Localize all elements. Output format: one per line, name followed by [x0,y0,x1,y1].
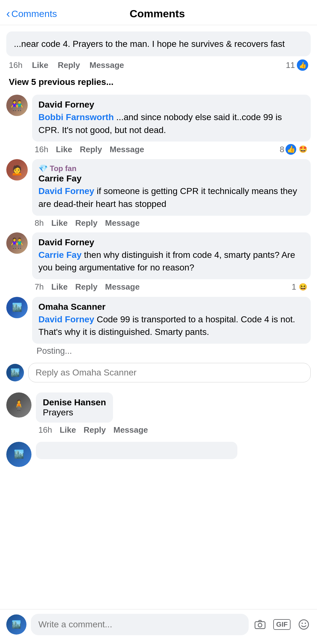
top-comment-likes: 11 👍 [286,59,308,71]
avatar-carrie-fay: 🙍 [6,159,28,180]
reaction-wow-icon-david1: 🤩 [297,144,308,155]
denise-message[interactable]: Message [113,425,148,435]
denise-like[interactable]: Like [59,425,76,435]
top-comment-like[interactable]: Like [32,60,48,70]
comment-body-david1: Bobbi Farnsworth ...and since nobody els… [38,111,304,136]
view-previous-button[interactable]: View 5 previous replies... [6,73,311,92]
denise-text: Prayers [43,408,106,418]
comment-author-omaha1: Omaha Scanner [38,302,105,312]
comment-like-carrie1[interactable]: Like [51,218,68,228]
comment-like-david1[interactable]: Like [56,145,72,154]
top-comment-reply[interactable]: Reply [58,60,80,70]
emoji-button[interactable] [297,618,311,631]
comment-bubble-wrap-david1: David Forney Bobbi Farnsworth ...and sin… [32,95,311,156]
top-fan-label: Top fan [50,164,76,173]
denise-comment-bubble: Denise Hansen Prayers [36,392,113,423]
avatar-omaha-scanner: 🏙️ [6,297,28,318]
comment-time-carrie1: 8h [35,218,44,228]
avatar-denise-hansen: 🧍 [6,392,31,418]
comment-mention-omaha1[interactable]: David Forney [38,314,94,324]
back-label: Comments [11,8,57,19]
camera-button[interactable] [253,618,267,631]
comment-message-carrie1[interactable]: Message [105,218,140,228]
comment-mention-david1[interactable]: Bobbi Farnsworth [38,112,114,122]
comment-bubble-david2: David Forney Carrie Fay then why disting… [32,232,311,279]
comment-body-carrie1: David Forney if someone is getting CPR i… [38,185,304,210]
svg-point-1 [258,623,262,627]
page-title: Comments [76,8,239,20]
top-fan-badge: 💎 Top fan [38,164,304,173]
comment-bubble-wrap-david2: David Forney Carrie Fay then why disting… [32,232,311,294]
likes-count: 11 [286,60,295,70]
partial-comment: 🏙️ [6,442,311,467]
partial-bubble [36,442,237,459]
top-comment-meta: 16h Like Reply Message 11 👍 [6,58,311,73]
comment-like-david2[interactable]: Like [51,282,68,292]
comment-author-david1: David Forney [38,100,94,109]
comment-meta-david1: 16h Like Reply Message 8 👍 🤩 [32,142,311,156]
comment-bubble-carrie1: 💎 Top fan Carrie Fay David Forney if som… [32,159,311,215]
header: ‹ Comments Comments [0,0,317,25]
reaction-like-icon-david1: 👍 [286,144,296,155]
top-comment-bubble: ...near code 4. Prayers to the man. I ho… [6,31,311,56]
write-comment-input[interactable] [31,614,249,635]
denise-comment-wrap: Denise Hansen Prayers 16h Like Reply Mes… [36,392,150,436]
comment-body-omaha1: David Forney Code 99 is transported to a… [38,313,304,339]
denise-meta: 16h Like Reply Message [36,423,150,436]
top-comment-text: ...near code 4. Prayers to the man. I ho… [14,39,285,49]
reaction-count-david1: 8 [280,145,284,154]
write-icons: GIF [253,618,311,631]
write-comment-bar: 🏙️ GIF [0,609,317,644]
diamond-icon: 💎 [38,164,48,173]
comment-reactions-david1: 8 👍 🤩 [280,144,308,155]
reply-input-row: 🏙️ [6,360,311,387]
comment-denise: 🧍 Denise Hansen Prayers 16h Like Reply M… [6,392,311,436]
back-button[interactable]: ‹ Comments [6,8,76,19]
top-comment-message[interactable]: Message [89,60,124,70]
comment-message-david2[interactable]: Message [105,282,140,292]
emoji-icon [298,619,309,630]
comment-carrie1: 🙍 💎 Top fan Carrie Fay David Forney if s… [6,159,311,229]
gif-icon: GIF [273,619,291,630]
comment-meta-david2: 7h Like Reply Message 1 😆 [32,279,311,294]
comment-time-david1: 16h [35,145,48,154]
svg-rect-0 [255,622,265,629]
comment-message-david1[interactable]: Message [110,145,144,154]
comment-mention-david2[interactable]: Carrie Fay [38,250,82,260]
comment-david2: 👫 David Forney Carrie Fay then why disti… [6,232,311,294]
comment-meta-carrie1: 8h Like Reply Message [32,216,311,229]
denise-author: Denise Hansen [43,397,106,408]
comment-author-carrie1: Carrie Fay [38,174,82,183]
avatar-david-forney-1: 👫 [6,95,28,116]
like-icon: 👍 [297,59,308,71]
denise-reply[interactable]: Reply [83,425,106,435]
comment-bubble-omaha1: Omaha Scanner David Forney Code 99 is tr… [32,297,311,344]
reaction-count-david2: 1 [292,282,296,292]
avatar-omaha-reply: 🏙️ [6,364,24,381]
top-comment-time: 16h [9,60,22,70]
comment-bubble-wrap-omaha1: Omaha Scanner David Forney Code 99 is tr… [32,297,311,358]
comment-author-david2: David Forney [38,237,94,247]
comment-bubble-wrap-carrie1: 💎 Top fan Carrie Fay David Forney if som… [32,159,311,229]
reply-as-omaha-input[interactable] [28,363,311,382]
gif-button[interactable]: GIF [272,618,292,631]
posting-status: Posting... [32,344,311,358]
comment-reactions-david2: 1 😆 [292,282,308,292]
comment-omaha1: 🏙️ Omaha Scanner David Forney Code 99 is… [6,297,311,358]
svg-point-2 [299,620,309,629]
comment-time-david2: 7h [35,282,44,292]
comment-bubble-david1: David Forney Bobbi Farnsworth ...and sin… [32,95,311,142]
svg-point-3 [302,623,303,624]
camera-icon [254,619,266,630]
comment-reply-carrie1[interactable]: Reply [75,218,98,228]
reaction-laugh-icon-david2: 😆 [297,282,308,292]
avatar-me: 🏙️ [6,614,26,635]
avatar-partial: 🏙️ [6,442,31,467]
comment-reply-david1[interactable]: Reply [80,145,102,154]
comment-mention-carrie1[interactable]: David Forney [38,186,94,196]
comment-david1: 👫 David Forney Bobbi Farnsworth ...and s… [6,95,311,156]
comments-feed: ...near code 4. Prayers to the man. I ho… [0,31,317,511]
denise-time: 16h [38,425,52,435]
comment-reply-david2[interactable]: Reply [75,282,98,292]
avatar-david-forney-2: 👫 [6,232,28,254]
